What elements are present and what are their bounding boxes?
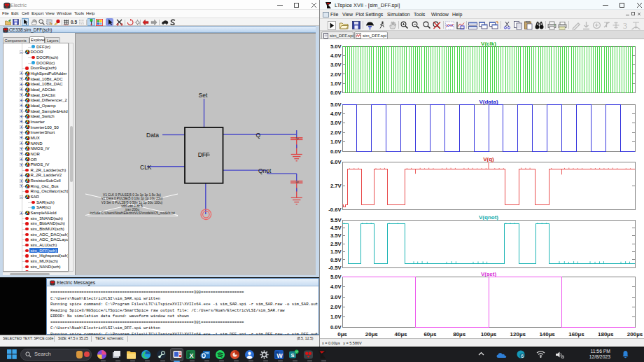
svg-text:0µs: 0µs	[337, 331, 347, 337]
svg-text:Q: Q	[256, 132, 261, 139]
svg-text:X: X	[190, 351, 194, 358]
svg-text:2.5V: 2.5V	[330, 241, 342, 247]
svg-text:20µs: 20µs	[365, 331, 379, 337]
svg-text:1.5V: 1.5V	[330, 249, 342, 255]
svg-text:Qnot: Qnot	[258, 167, 272, 174]
svg-text:V(qnot): V(qnot)	[479, 214, 498, 221]
svg-text:-0.6V: -0.6V	[328, 207, 342, 213]
svg-text:6: 6	[521, 354, 524, 358]
svg-text:200µs: 200µs	[627, 331, 643, 337]
svg-text:4.0V: 4.0V	[330, 284, 342, 290]
svg-text:120µs: 120µs	[510, 331, 526, 337]
svg-text:4.0V: 4.0V	[330, 53, 342, 59]
svg-text:5.0V: 5.0V	[330, 274, 342, 280]
svg-text:1p: 1p	[295, 180, 299, 183]
svg-text:0.0V: 0.0V	[330, 90, 342, 96]
svg-text:2.0V: 2.0V	[330, 304, 342, 310]
svg-text:0.0V: 0.0V	[330, 324, 342, 330]
svg-text:4.5V: 4.5V	[330, 225, 342, 231]
svg-text:6.0V: 6.0V	[330, 159, 342, 165]
svg-text:1p: 1p	[295, 137, 299, 140]
svg-text:3.0V: 3.0V	[330, 294, 342, 300]
svg-text:0.0V: 0.0V	[330, 148, 342, 155]
svg-text:3.5V: 3.5V	[330, 232, 342, 239]
svg-text:4.0V: 4.0V	[330, 111, 342, 117]
svg-text:1.0V: 1.0V	[330, 81, 342, 87]
svg-text:80µs: 80µs	[453, 331, 466, 337]
svg-text:V(clk): V(clk)	[481, 41, 496, 47]
svg-text:160µs: 160µs	[568, 331, 584, 337]
svg-text:-0.5V: -0.5V	[328, 265, 342, 271]
svg-text:S: S	[291, 351, 295, 358]
svg-text:100µs: 100µs	[481, 331, 497, 337]
svg-text:40µs: 40µs	[395, 331, 408, 337]
svg-text:5.0V: 5.0V	[330, 102, 342, 108]
svg-text:V(q): V(q)	[483, 156, 494, 162]
svg-text:Set: Set	[199, 92, 208, 99]
svg-text:0.5V: 0.5V	[330, 257, 342, 263]
svg-text:2.0V: 2.0V	[330, 71, 342, 78]
svg-text:V(set): V(set)	[481, 271, 497, 277]
svg-text:2.0V: 2.0V	[330, 130, 342, 136]
svg-text:60µs: 60µs	[424, 331, 437, 337]
svg-text:2.7V: 2.7V	[330, 183, 342, 189]
svg-text:3.0V: 3.0V	[330, 62, 342, 68]
svg-text:5.5V: 5.5V	[330, 217, 342, 223]
svg-text:3: 3	[623, 21, 627, 30]
svg-text:140µs: 140µs	[539, 331, 555, 337]
svg-text:.include C:\Users\Noah\Electri: .include C:\Users\Noah\ElectricVLSI\mode…	[89, 211, 175, 215]
svg-text:Data: Data	[146, 132, 159, 139]
svg-text:W: W	[276, 351, 283, 358]
svg-text:180µs: 180µs	[598, 331, 614, 337]
svg-text:3.0V: 3.0V	[330, 120, 342, 126]
svg-text:V(data): V(data)	[479, 99, 498, 105]
svg-text:CLK: CLK	[140, 164, 152, 171]
svg-text:1.0V: 1.0V	[330, 314, 342, 320]
svg-text:1.0V: 1.0V	[330, 139, 342, 145]
svg-text:5.0V: 5.0V	[330, 43, 342, 50]
